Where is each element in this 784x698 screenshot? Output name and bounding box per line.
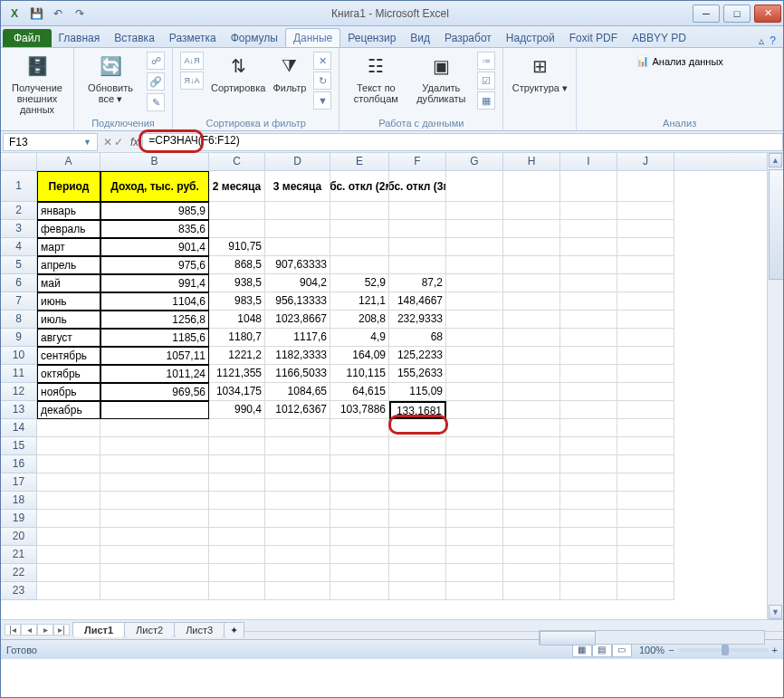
cell[interactable]: [389, 455, 446, 473]
cell[interactable]: [209, 582, 265, 600]
col-F[interactable]: F: [389, 153, 446, 170]
cell[interactable]: [617, 437, 674, 455]
cell[interactable]: [503, 473, 560, 492]
cell[interactable]: [209, 455, 265, 473]
cell[interactable]: 1117,6: [265, 329, 330, 347]
tab-data[interactable]: Данные: [285, 28, 340, 47]
cell[interactable]: [389, 202, 446, 220]
cell[interactable]: [330, 202, 389, 220]
cell[interactable]: [265, 528, 330, 546]
cell[interactable]: [100, 437, 209, 455]
tab-developer[interactable]: Разработ: [437, 29, 499, 47]
sheet-nav-last[interactable]: ▸|: [53, 624, 70, 636]
cell[interactable]: [209, 419, 265, 437]
redo-icon[interactable]: ↷: [70, 4, 90, 24]
cell[interactable]: [209, 202, 265, 220]
cell[interactable]: [389, 546, 446, 564]
cell[interactable]: [37, 419, 100, 437]
cell[interactable]: 938,5: [209, 274, 265, 292]
cell[interactable]: [617, 492, 674, 510]
enter-formula-icon[interactable]: ✓: [114, 136, 123, 148]
select-all-corner[interactable]: [1, 153, 37, 170]
cell[interactable]: [330, 492, 389, 510]
cell[interactable]: 64,615: [330, 383, 389, 401]
cell[interactable]: [446, 528, 503, 546]
sheet-nav-first[interactable]: |◂: [5, 624, 21, 636]
scroll-up-icon[interactable]: ▲: [769, 153, 782, 167]
cell[interactable]: [330, 528, 389, 546]
cell[interactable]: 110,115: [330, 365, 389, 383]
text-to-columns-button[interactable]: ☷ Текст по столбцам: [347, 52, 405, 104]
cell[interactable]: 103,7886: [330, 401, 389, 419]
cell[interactable]: 1166,5033: [265, 365, 330, 383]
cell[interactable]: [209, 546, 265, 564]
cell[interactable]: [560, 492, 617, 510]
cell[interactable]: 1034,175: [209, 383, 265, 401]
row-header[interactable]: 7: [1, 292, 37, 311]
cell[interactable]: [209, 564, 265, 582]
header-period[interactable]: Период: [37, 171, 100, 202]
cell[interactable]: [100, 473, 209, 492]
cell[interactable]: май: [37, 274, 100, 292]
cell[interactable]: [446, 582, 503, 600]
cell[interactable]: 208,8: [330, 311, 389, 329]
cell[interactable]: 901,4: [100, 238, 209, 256]
fx-icon[interactable]: fx: [127, 136, 142, 148]
cell[interactable]: 910,75: [209, 238, 265, 256]
cell[interactable]: октябрь: [37, 365, 100, 383]
cell[interactable]: [265, 582, 330, 600]
cell[interactable]: [100, 455, 209, 473]
cell[interactable]: [37, 455, 100, 473]
maximize-button[interactable]: □: [723, 5, 751, 23]
cell[interactable]: 232,9333: [389, 311, 446, 329]
cell[interactable]: [617, 528, 674, 546]
tab-home[interactable]: Главная: [52, 29, 108, 47]
header-abs3m[interactable]: Абс. откл (3м): [389, 171, 446, 202]
cell[interactable]: 907,63333: [265, 256, 330, 274]
reapply-filter-icon[interactable]: ↻: [313, 72, 331, 90]
cell[interactable]: 87,2: [389, 274, 446, 292]
excel-icon[interactable]: X: [5, 4, 24, 24]
cell[interactable]: [37, 582, 100, 600]
cell[interactable]: 1121,355: [209, 365, 265, 383]
cell[interactable]: [560, 546, 617, 564]
cell[interactable]: [265, 455, 330, 473]
cell[interactable]: [446, 473, 503, 492]
cell[interactable]: [37, 437, 100, 455]
row-header[interactable]: 16: [1, 455, 37, 473]
cell[interactable]: [37, 492, 100, 510]
tab-view[interactable]: Вид: [403, 29, 437, 47]
cell[interactable]: [560, 510, 617, 528]
cell[interactable]: 164,09: [330, 347, 389, 365]
cell[interactable]: [265, 510, 330, 528]
cell[interactable]: [209, 492, 265, 510]
col-B[interactable]: B: [100, 153, 209, 170]
cell[interactable]: [560, 437, 617, 455]
sheet-nav-next[interactable]: ▸: [37, 624, 53, 636]
tab-insert[interactable]: Вставка: [107, 29, 162, 47]
row-header[interactable]: 22: [1, 564, 37, 582]
cell[interactable]: [389, 492, 446, 510]
cell[interactable]: [330, 564, 389, 582]
data-analysis-button[interactable]: Анализ данных: [653, 56, 723, 67]
cell[interactable]: [503, 492, 560, 510]
cell[interactable]: [503, 528, 560, 546]
cell[interactable]: [100, 528, 209, 546]
cell[interactable]: 1084,65: [265, 383, 330, 401]
cell[interactable]: 975,6: [100, 256, 209, 274]
tab-layout[interactable]: Разметка: [162, 29, 224, 47]
cell[interactable]: [330, 238, 389, 256]
row-header[interactable]: 12: [1, 383, 37, 401]
cell[interactable]: [389, 220, 446, 238]
tab-addins[interactable]: Надстрой: [499, 29, 562, 47]
save-icon[interactable]: 💾: [26, 4, 46, 24]
cell[interactable]: март: [37, 238, 100, 256]
cell[interactable]: июль: [37, 311, 100, 329]
cell[interactable]: 1180,7: [209, 329, 265, 347]
cell[interactable]: [265, 202, 330, 220]
cell[interactable]: [560, 473, 617, 492]
cell[interactable]: [389, 528, 446, 546]
cell[interactable]: 985,9: [100, 202, 209, 220]
cell[interactable]: [617, 419, 674, 437]
row-header[interactable]: 11: [1, 365, 37, 383]
